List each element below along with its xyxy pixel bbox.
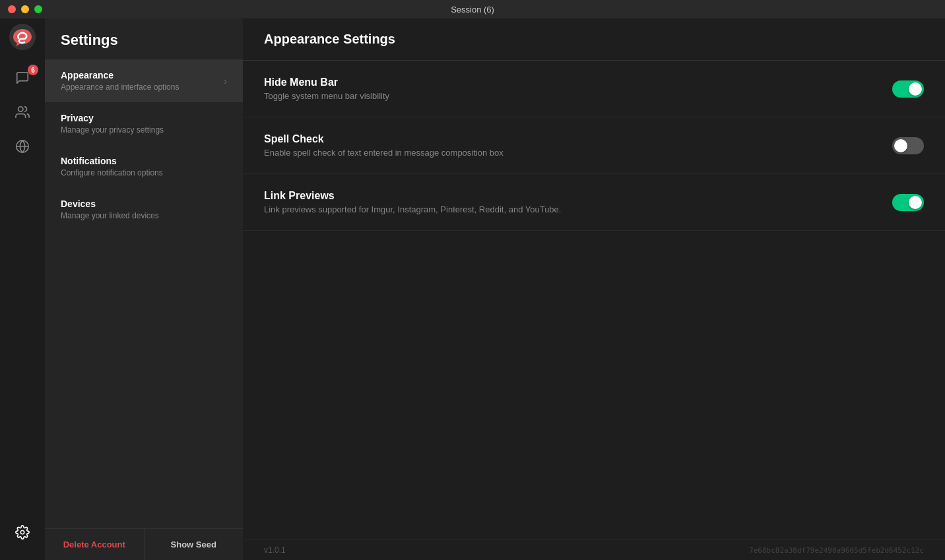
sidebar-item-messages[interactable]: 6	[0, 61, 45, 95]
delete-account-button[interactable]: Delete Account	[45, 529, 144, 560]
hide-menu-bar-title: Hide Menu Bar	[264, 77, 389, 88]
icon-bar: 6	[0, 18, 45, 560]
nav-item-privacy[interactable]: Privacy Manage your privacy settings	[45, 102, 243, 145]
link-previews-title: Link Previews	[264, 190, 561, 202]
main-footer: v1.0.1 7e68bc82a38df79e2490a9605d5feb2d6…	[243, 540, 945, 560]
link-previews-description: Link previews supported for Imgur, Insta…	[264, 204, 561, 214]
close-button[interactable]	[8, 5, 16, 13]
main-content-header: Appearance Settings	[243, 18, 945, 61]
nav-item-devices[interactable]: Devices Manage your linked devices	[45, 188, 243, 231]
nav-item-devices-title: Devices	[61, 199, 159, 209]
settings-sidebar: Settings Appearance Appearance and inter…	[45, 18, 243, 560]
nav-item-devices-subtitle: Manage your linked devices	[61, 211, 159, 220]
nav-item-notifications[interactable]: Notifications Configure notification opt…	[45, 145, 243, 188]
messages-badge: 6	[28, 65, 38, 75]
app-logo	[9, 24, 36, 50]
spell-check-toggle[interactable]	[892, 137, 924, 154]
spell-check-title: Spell Check	[264, 133, 504, 145]
version-label: v1.0.1	[264, 545, 286, 555]
title-bar: Session (6)	[0, 0, 945, 18]
sidebar-item-explore[interactable]	[0, 129, 45, 164]
setting-spell-check: Spell Check Enable spell check of text e…	[243, 117, 945, 174]
maximize-button	[34, 5, 42, 13]
chevron-right-icon: ›	[224, 76, 227, 86]
link-previews-toggle[interactable]	[892, 194, 924, 211]
setting-link-previews: Link Previews Link previews supported fo…	[243, 174, 945, 231]
nav-item-appearance-subtitle: Appearance and interface options	[61, 82, 179, 92]
sidebar-item-settings[interactable]	[0, 515, 45, 549]
setting-hide-menu-bar: Hide Menu Bar Toggle system menu bar vis…	[243, 61, 945, 117]
build-hash: 7e68bc82a38df79e2490a9605d5feb2d6452c12c	[749, 546, 924, 555]
toggle-knob	[894, 139, 907, 152]
toggle-knob	[909, 196, 922, 209]
svg-point-1	[18, 107, 23, 111]
show-seed-button[interactable]: Show Seed	[144, 529, 244, 560]
hide-menu-bar-description: Toggle system menu bar visibility	[264, 91, 389, 101]
nav-item-privacy-title: Privacy	[61, 113, 164, 123]
nav-item-privacy-subtitle: Manage your privacy settings	[61, 125, 164, 135]
svg-point-4	[20, 530, 24, 534]
nav-item-notifications-title: Notifications	[61, 156, 163, 166]
sidebar-nav: Appearance Appearance and interface opti…	[45, 59, 243, 528]
nav-item-appearance-title: Appearance	[61, 70, 179, 80]
spell-check-description: Enable spell check of text entered in me…	[264, 148, 504, 158]
minimize-button[interactable]	[21, 5, 29, 13]
sidebar-title: Settings	[45, 18, 243, 59]
nav-item-appearance[interactable]: Appearance Appearance and interface opti…	[45, 59, 243, 102]
hide-menu-bar-toggle[interactable]	[892, 80, 924, 98]
sidebar-item-contacts[interactable]	[0, 95, 45, 129]
nav-item-notifications-subtitle: Configure notification options	[61, 168, 163, 177]
window-controls	[8, 5, 42, 13]
window-title: Session (6)	[451, 5, 494, 15]
main-content: Appearance Settings Hide Menu Bar Toggle…	[243, 18, 945, 560]
settings-list: Hide Menu Bar Toggle system menu bar vis…	[243, 61, 945, 540]
sidebar-footer: Delete Account Show Seed	[45, 528, 243, 560]
toggle-knob	[909, 82, 922, 96]
app-body: 6 Se	[0, 18, 945, 560]
